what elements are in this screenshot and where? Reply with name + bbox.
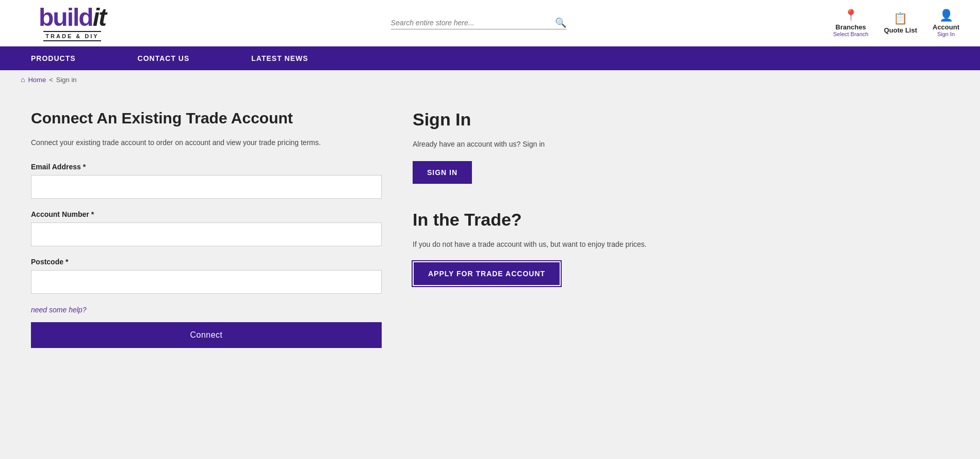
postcode-group: Postcode * bbox=[31, 258, 382, 294]
postcode-input[interactable] bbox=[31, 270, 382, 294]
account-label: Account bbox=[933, 23, 959, 31]
trade-title: In the Trade? bbox=[413, 210, 949, 230]
signin-description: Already have an account with us? Sign in bbox=[413, 139, 949, 150]
main-nav: PRODUCTS CONTACT US LATEST NEWS bbox=[0, 46, 980, 70]
location-icon: 📍 bbox=[844, 9, 858, 22]
signin-section: Sign In Already have an account with us?… bbox=[413, 109, 949, 184]
trade-description: If you do not have a trade account with … bbox=[413, 239, 949, 250]
search-area: 🔍 bbox=[124, 17, 833, 29]
quote-list-label: Quote List bbox=[884, 26, 917, 34]
account-icon: 👤 bbox=[939, 9, 953, 22]
breadcrumb: ⌂ Home < Sign in bbox=[0, 70, 980, 89]
breadcrumb-separator: < bbox=[49, 76, 53, 84]
connect-button[interactable]: Connect bbox=[31, 322, 382, 348]
apply-trade-account-button[interactable]: APPLY FOR TRADE ACCOUNT bbox=[413, 261, 561, 286]
logo-text: buildit bbox=[39, 5, 106, 30]
search-box: 🔍 bbox=[391, 17, 566, 29]
home-icon: ⌂ bbox=[21, 75, 25, 84]
account-number-group: Account Number * bbox=[31, 210, 382, 246]
branches-sub: Select Branch bbox=[833, 31, 868, 37]
account-number-label: Account Number * bbox=[31, 210, 382, 218]
logo-it: it bbox=[93, 4, 106, 31]
left-description: Connect your existing trade account to o… bbox=[31, 137, 382, 148]
account-sub: Sign In bbox=[937, 31, 955, 37]
logo[interactable]: buildit TRADE & DIY bbox=[21, 5, 124, 41]
logo-build: build bbox=[39, 4, 93, 31]
left-panel: Connect An Existing Trade Account Connec… bbox=[31, 109, 382, 438]
site-header: buildit TRADE & DIY 🔍 📍 Branches Select … bbox=[0, 0, 980, 46]
quote-icon: 📋 bbox=[893, 12, 907, 25]
right-panel: Sign In Already have an account with us?… bbox=[413, 109, 949, 438]
main-content: Connect An Existing Trade Account Connec… bbox=[0, 89, 980, 459]
search-input[interactable] bbox=[391, 17, 555, 29]
help-link[interactable]: need some help? bbox=[31, 306, 86, 314]
breadcrumb-home[interactable]: Home bbox=[28, 76, 46, 84]
nav-products[interactable]: PRODUCTS bbox=[0, 46, 107, 70]
quote-list-link[interactable]: 📋 Quote List bbox=[884, 12, 917, 34]
logo-subtitle: TRADE & DIY bbox=[43, 31, 101, 41]
email-label: Email Address * bbox=[31, 163, 382, 171]
email-input[interactable] bbox=[31, 175, 382, 199]
postcode-label: Postcode * bbox=[31, 258, 382, 266]
nav-news[interactable]: LATEST NEWS bbox=[220, 46, 339, 70]
account-number-input[interactable] bbox=[31, 223, 382, 246]
account-link[interactable]: 👤 Account Sign In bbox=[933, 9, 959, 37]
nav-contact[interactable]: CONTACT US bbox=[107, 46, 221, 70]
left-title: Connect An Existing Trade Account bbox=[31, 109, 382, 127]
email-group: Email Address * bbox=[31, 163, 382, 199]
branches-label: Branches bbox=[836, 23, 866, 31]
header-right: 📍 Branches Select Branch 📋 Quote List 👤 … bbox=[833, 9, 959, 37]
branches-link[interactable]: 📍 Branches Select Branch bbox=[833, 9, 868, 37]
trade-section: In the Trade? If you do not have a trade… bbox=[413, 210, 949, 286]
breadcrumb-current: Sign in bbox=[56, 76, 77, 84]
signin-title: Sign In bbox=[413, 109, 949, 130]
search-button[interactable]: 🔍 bbox=[555, 17, 566, 28]
signin-button[interactable]: SIGN IN bbox=[413, 161, 472, 184]
